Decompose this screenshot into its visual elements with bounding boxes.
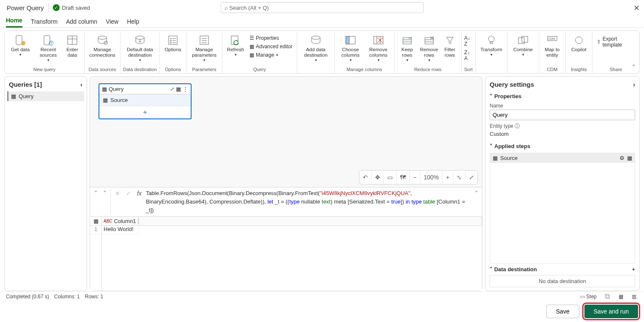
chevron-down-icon: ˅ <box>490 266 493 272</box>
group-label <box>300 66 332 72</box>
add-step-button[interactable]: ＋ <box>99 106 191 118</box>
manage-parameters-button[interactable]: Manage parameters▾ <box>189 33 219 63</box>
data-destination-header[interactable]: Data destination <box>494 266 537 272</box>
info-icon[interactable]: ⓘ <box>515 123 520 129</box>
diagram-area[interactable]: ▦ Query ⤢ ▦ ⋮ ▦ Source ＋ ↶ ✥ ▭ 🗺 − <box>90 77 482 187</box>
queries-pane: Queries [1]‹ ▦ Query <box>4 76 87 291</box>
formula-text[interactable]: Table.FromRows(Json.Document(Binary.Deco… <box>146 189 471 215</box>
svg-point-10 <box>136 36 144 39</box>
type-icon[interactable]: ABC <box>104 219 112 223</box>
entity-type-label: Entity type <box>490 123 513 129</box>
formula-bar: ˄ ˅ ✕ ✓ fx Table.FromRows(Json.Document(… <box>90 187 482 216</box>
fullscreen-icon[interactable]: ⤢ <box>466 171 477 184</box>
save-button[interactable]: Save <box>546 305 579 318</box>
settings-title: Query settings <box>490 81 534 88</box>
group-label: Share <box>595 66 637 72</box>
collapse-diagram-icon[interactable]: ⤡ <box>453 171 466 184</box>
tab-view[interactable]: View <box>106 18 118 28</box>
zoom-in-button[interactable]: + <box>443 171 453 184</box>
actions-icon[interactable]: ▦ <box>176 86 181 92</box>
tab-home[interactable]: Home <box>6 17 22 28</box>
schema-view-icon[interactable]: ▥ <box>630 294 638 300</box>
svg-rect-25 <box>346 36 349 44</box>
manage-connections-button[interactable]: Manage connections <box>87 33 118 59</box>
add-data-destination-button[interactable]: Add data destination▾ <box>300 33 332 63</box>
refresh-icon <box>230 34 241 46</box>
minimap-icon[interactable]: 🗺 <box>397 171 410 184</box>
step-button[interactable]: ▭ Step <box>578 294 598 300</box>
data-grid[interactable]: ▦ 1 ABC Column1 ▾ Hello World! <box>90 216 482 291</box>
more-icon[interactable]: ⋮ <box>183 86 188 92</box>
save-and-run-button[interactable]: Save and run <box>584 305 638 318</box>
commit-icon[interactable]: ✓ <box>124 189 133 198</box>
query-diagram-box[interactable]: ▦ Query ⤢ ▦ ⋮ ▦ Source ＋ <box>99 83 192 119</box>
close-icon[interactable]: ✕ <box>633 3 640 13</box>
table-view-icon[interactable]: ▦ <box>617 294 625 300</box>
tab-add-column[interactable]: Add column <box>66 18 97 28</box>
cell[interactable]: Hello World! <box>102 226 139 234</box>
tab-help[interactable]: Help <box>127 18 139 28</box>
export-template-button[interactable]: ⇪Export template <box>595 33 637 49</box>
table-icon[interactable]: ▦ <box>90 217 101 226</box>
search-input[interactable]: ⌕ Search (Alt + Q) <box>221 2 424 13</box>
zoom-out-button[interactable]: − <box>410 171 420 184</box>
sort-asc-button[interactable]: A↓Z <box>464 35 470 47</box>
keep-rows-button[interactable]: Keep rows▾ <box>397 33 417 63</box>
expand-icon[interactable]: ⤢ <box>170 86 174 92</box>
query-name: Query <box>19 93 33 99</box>
group-label: Sort <box>464 66 473 72</box>
advanced-editor-button[interactable]: ▦Advanced editor <box>248 43 294 50</box>
manage-query-button[interactable]: ▦Manage▾ <box>248 51 294 59</box>
enter-data-button[interactable]: Enter data <box>63 33 82 59</box>
applied-step-source[interactable]: ▦ Source ⚙ ▦ <box>490 153 635 163</box>
options-button[interactable]: Options <box>162 33 184 53</box>
diagram-view-icon[interactable]: ⿻ <box>603 294 612 300</box>
collapse-ribbon-icon[interactable]: ˄ <box>632 64 635 71</box>
properties-button[interactable]: ☰Properties <box>248 34 294 42</box>
svg-point-9 <box>105 42 106 43</box>
group-label: Query <box>225 66 294 72</box>
copilot-button[interactable]: Copilot <box>568 33 589 53</box>
sort-desc-button[interactable]: Z↓A <box>464 50 470 61</box>
collapse-queries-icon[interactable]: ‹ <box>80 81 82 88</box>
refresh-button[interactable]: Refresh▾ <box>225 33 246 58</box>
applied-steps-header[interactable]: ˅Applied steps <box>490 141 635 151</box>
map-to-entity-button[interactable]: CDMMap to entity <box>542 33 563 59</box>
fx-icon[interactable]: fx <box>135 189 143 198</box>
remove-columns-button[interactable]: Remove columns▾ <box>365 33 392 63</box>
pan-icon[interactable]: ✥ <box>372 171 384 184</box>
step-fwd-icon[interactable]: ˅ <box>101 189 108 198</box>
query-name-input[interactable] <box>490 110 635 120</box>
step-back-icon[interactable]: ˄ <box>93 189 99 198</box>
get-data-button[interactable]: Get data▾ <box>7 33 33 58</box>
cancel-icon[interactable]: ✕ <box>113 189 122 198</box>
transform-button[interactable]: Transform▾ <box>478 33 504 58</box>
svg-rect-42 <box>522 36 528 42</box>
step-menu-icon[interactable]: ▦ <box>627 155 632 161</box>
cdm-icon: CDM <box>546 34 558 46</box>
choose-columns-button[interactable]: Choose columns▾ <box>337 33 364 63</box>
expand-settings-icon[interactable]: › <box>633 81 635 88</box>
fit-icon[interactable]: ▭ <box>384 171 397 184</box>
tab-transform[interactable]: Transform <box>31 18 58 28</box>
gear-icon[interactable]: ⚙ <box>619 155 625 161</box>
svg-rect-34 <box>425 38 433 44</box>
query-step-source[interactable]: ▦ Source <box>99 94 191 106</box>
undo-icon[interactable]: ↶ <box>359 171 372 184</box>
group-label: Data destination <box>123 66 157 72</box>
ribbon-tabs: Home Transform Add column View Help <box>0 15 644 28</box>
default-destination-button[interactable]: Default data destination▾ <box>123 33 157 63</box>
divider <box>48 4 49 11</box>
combine-button[interactable]: Combine▾ <box>510 33 536 58</box>
recent-sources-button[interactable]: Recent sources▾ <box>35 33 61 63</box>
group-label: Parameters <box>189 66 219 72</box>
remove-rows-button[interactable]: Remove rows▾ <box>419 33 439 63</box>
status-rows: Rows: 1 <box>85 294 103 300</box>
column-header[interactable]: ABC Column1 ▾ <box>102 217 139 226</box>
filter-rows-button[interactable]: Filter rows <box>441 33 459 59</box>
expand-formula-icon[interactable]: ˄ <box>473 189 480 198</box>
add-destination-icon[interactable]: + <box>632 266 635 272</box>
query-list-item[interactable]: ▦ Query <box>7 91 84 101</box>
properties-header[interactable]: ˅Properties <box>490 91 635 101</box>
properties-icon: ☰ <box>249 35 254 41</box>
